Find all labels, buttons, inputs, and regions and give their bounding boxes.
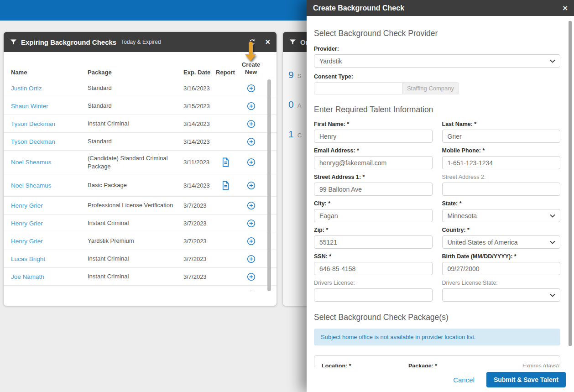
chevron-down-icon <box>550 240 555 244</box>
modal-close-icon[interactable]: × <box>563 3 568 13</box>
modal-body: Select Background Check Provider Provide… <box>307 16 574 367</box>
talent-name-link[interactable]: Joe Namath <box>11 273 88 280</box>
exp-date-cell: 3/7/2023 <box>179 273 213 280</box>
exp-date-cell: 3/7/2023 <box>179 238 213 245</box>
talent-name-link[interactable]: Lucas Bright <box>11 256 88 262</box>
zip-field[interactable] <box>314 235 433 249</box>
create-new-icon[interactable] <box>247 255 256 263</box>
report-document-icon[interactable] <box>221 181 230 190</box>
email-field[interactable] <box>314 156 433 169</box>
package-cell: (Candidate) Standard Criminal Package <box>88 154 179 170</box>
table-row: Noel Sheamus Basic Package 3/14/2023 <box>4 174 277 197</box>
provider-section-heading: Select Background Check Provider <box>314 29 560 38</box>
street-address-2-field[interactable] <box>442 183 561 196</box>
exp-date-cell: 3/15/2023 <box>179 103 213 110</box>
table-row: Justin Ortiz Standard 3/16/2023 <box>4 79 277 97</box>
package-cell: Instant Criminal <box>88 120 179 128</box>
create-new-icon[interactable] <box>247 158 256 167</box>
birth-date-field[interactable] <box>442 262 561 275</box>
package-cell: Basic Package <box>88 181 179 189</box>
talent-name-link[interactable]: Justin Ortiz <box>11 85 88 92</box>
exp-date-cell: 3/14/2023 <box>179 182 213 189</box>
email-label: Email Address: * <box>314 147 433 154</box>
last-name-field[interactable] <box>442 130 561 143</box>
filter-icon <box>289 39 296 45</box>
provider-select[interactable]: Yardstik <box>314 54 560 68</box>
package-cell: Instant Criminal <box>88 255 179 263</box>
talent-name-link[interactable]: Tyson Deckman <box>11 120 88 127</box>
state-label: State: * <box>442 200 561 207</box>
mobile-phone-field[interactable] <box>442 156 561 169</box>
table-row: Henry Grier Yardstik Premium 3/7/2023 <box>4 232 277 250</box>
street-address-1-field[interactable] <box>314 183 433 196</box>
ssn-label: SSN: * <box>314 253 433 260</box>
create-new-icon[interactable] <box>247 290 256 292</box>
page: Expiring Background Checks Today & Expir… <box>0 0 574 392</box>
create-background-check-modal: Create Background Check × Select Backgro… <box>307 0 574 392</box>
stat-label: S <box>297 73 302 79</box>
table-row: Tyson Deckman Instant Criminal 3/14/2023 <box>4 115 277 133</box>
close-panel-icon[interactable]: × <box>265 37 270 47</box>
table-row: Joe Namath Instant Criminal 3/7/2023 <box>4 268 277 286</box>
provider-selected-value: Yardstik <box>319 57 342 65</box>
consent-type-label: Consent Type: <box>314 73 560 80</box>
package-cell: Professional License Verification <box>88 201 179 209</box>
location-label: Location: * <box>322 363 398 367</box>
talent-name-link[interactable]: Noel Sheamus <box>11 182 88 189</box>
packages-section-heading: Select Background Check Package(s) <box>314 313 560 322</box>
country-select[interactable]: United States of America <box>442 235 561 249</box>
stat-row: 9 S <box>288 69 301 80</box>
talent-fields-grid: First Name: * Last Name: * Email Address… <box>314 121 560 302</box>
create-new-icon[interactable] <box>247 137 256 146</box>
city-field[interactable] <box>314 209 433 222</box>
expiring-table: Name Package Exp. Date Report Create New… <box>4 59 277 291</box>
modal-scrollbar[interactable] <box>569 21 572 346</box>
exp-date-cell: 3/7/2023 <box>179 202 213 209</box>
state-select[interactable]: Minnesota <box>442 209 561 222</box>
stat-count[interactable]: 9 <box>288 69 294 80</box>
create-new-icon[interactable] <box>247 102 256 110</box>
country-selected-value: United States of America <box>448 239 518 246</box>
col-header-create-new: Create New <box>238 61 264 76</box>
table-row: Lucas Bright Instant Criminal 3/7/2023 <box>4 250 277 268</box>
package-cell: Standard <box>88 84 179 92</box>
consent-type-group: Staffing Company <box>314 82 427 94</box>
create-new-icon[interactable] <box>247 84 256 93</box>
talent-name-link[interactable]: Henry Grier <box>11 220 88 227</box>
expiring-panel-header: Expiring Background Checks Today & Expir… <box>4 32 277 52</box>
filter-icon <box>10 39 17 45</box>
package-cell: Instant Criminal <box>88 272 179 281</box>
chevron-down-icon <box>550 59 555 63</box>
consent-type-input[interactable] <box>314 82 402 94</box>
create-new-icon[interactable] <box>247 272 256 281</box>
create-new-arrow-annotation <box>245 42 256 61</box>
create-new-icon[interactable] <box>247 120 256 128</box>
street-address-2-label: Street Address 2: <box>442 174 561 180</box>
state-selected-value: Minnesota <box>448 212 477 220</box>
create-new-icon[interactable] <box>247 237 256 246</box>
table-row: Henry Grier Professional License Verific… <box>4 197 277 214</box>
table-row: Noel Sheamus (Candidate) Standard Crimin… <box>4 151 277 174</box>
talent-name-link[interactable]: Henry Grier <box>11 202 88 209</box>
drivers-license-label: Drivers License: <box>314 280 433 286</box>
first-name-field[interactable] <box>314 130 433 143</box>
drivers-license-field[interactable] <box>314 288 433 302</box>
table-scrollbar[interactable] <box>267 79 271 291</box>
talent-name-link[interactable]: Tyson Deckman <box>11 138 88 145</box>
stat-row: 0 A <box>288 99 301 110</box>
create-new-icon[interactable] <box>247 201 256 210</box>
submit-save-talent-button[interactable]: Submit & Save Talent <box>486 372 566 387</box>
stat-count[interactable]: 1 <box>288 129 294 140</box>
create-new-icon[interactable] <box>247 181 256 190</box>
talent-name-link[interactable]: Noel Sheamus <box>11 159 88 166</box>
report-document-icon[interactable] <box>221 157 230 167</box>
drivers-license-state-select[interactable] <box>442 288 561 302</box>
ssn-field[interactable] <box>314 262 433 275</box>
talent-name-link[interactable]: Henry Grier <box>11 238 88 245</box>
cancel-button[interactable]: Cancel <box>453 376 475 384</box>
stat-count[interactable]: 0 <box>288 99 294 110</box>
talent-name-link[interactable]: Shaun Winter <box>11 103 88 110</box>
drivers-license-state-label: Drivers License State: <box>442 280 561 286</box>
create-new-icon[interactable] <box>247 219 256 228</box>
chevron-down-icon <box>550 214 555 218</box>
